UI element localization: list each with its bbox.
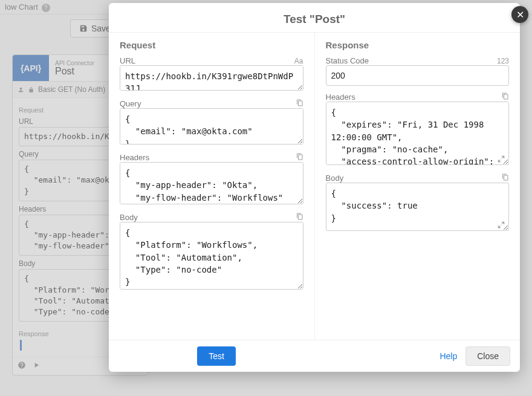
help-icon[interactable] — [18, 361, 26, 371]
expand-icon[interactable] — [497, 155, 505, 163]
user-icon — [18, 86, 24, 93]
copy-icon[interactable] — [296, 99, 303, 108]
breadcrumb-label: low Chart — [5, 2, 38, 11]
expand-icon[interactable] — [497, 221, 505, 229]
connector-action-name: Post — [55, 66, 94, 77]
request-panel: Request URL Aa Query Headers Body — [109, 33, 314, 340]
req-headers-label: Headers — [120, 153, 149, 162]
status-label: Status Code — [326, 56, 369, 65]
test-button[interactable]: Test — [197, 346, 236, 366]
modal-footer: Test Help Close — [109, 340, 520, 372]
resp-body-label: Body — [326, 174, 344, 183]
help-link[interactable]: Help — [440, 351, 457, 361]
resp-headers-label: Headers — [326, 93, 355, 102]
req-body-input[interactable] — [120, 222, 303, 290]
response-indicator — [20, 340, 22, 351]
close-icon[interactable]: ✕ — [511, 6, 528, 23]
copy-icon[interactable] — [502, 173, 509, 183]
req-headers-input[interactable] — [120, 162, 303, 204]
close-button[interactable]: Close — [465, 346, 510, 366]
status-type-hint: 123 — [497, 57, 509, 65]
lock-icon — [28, 86, 34, 93]
req-body-label: Body — [120, 213, 138, 222]
save-icon — [79, 24, 88, 33]
resp-body-field[interactable] — [326, 183, 510, 231]
modal-title: Test "Post" — [109, 3, 520, 32]
save-button-label: Save — [91, 24, 111, 33]
url-input[interactable] — [120, 65, 303, 91]
url-type-hint: Aa — [294, 57, 303, 65]
copy-icon[interactable] — [296, 152, 303, 162]
test-modal: Test "Post" Request URL Aa Query Headers… — [109, 3, 520, 372]
url-label: URL — [120, 56, 135, 65]
query-input[interactable] — [120, 108, 303, 144]
help-icon[interactable]: ? — [42, 4, 50, 12]
copy-icon[interactable] — [296, 212, 303, 222]
copy-icon[interactable] — [502, 92, 509, 102]
response-panel: Response Status Code 123 Headers Body — [314, 33, 521, 340]
api-icon: {API} — [13, 55, 49, 81]
query-label: Query — [120, 99, 141, 108]
resp-headers-field[interactable] — [326, 102, 510, 165]
auth-label: Basic GET (No Auth) — [38, 85, 105, 94]
status-code-field[interactable] — [326, 65, 510, 86]
request-heading: Request — [120, 40, 303, 50]
play-icon[interactable] — [32, 361, 41, 371]
response-heading: Response — [326, 40, 510, 50]
